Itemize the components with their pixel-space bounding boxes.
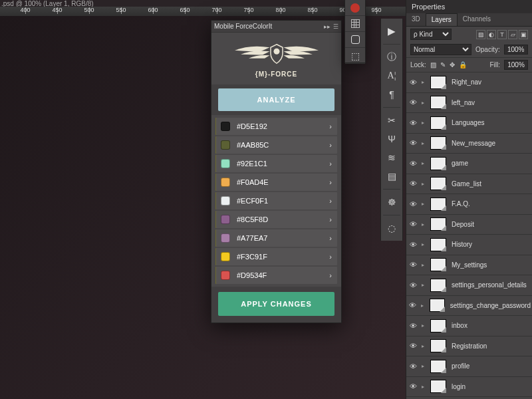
expand-icon[interactable]: ▸ xyxy=(420,140,426,146)
layer-thumbnail[interactable] xyxy=(430,136,446,150)
paragraph-icon[interactable]: ¶ xyxy=(382,86,401,103)
grid-icon[interactable] xyxy=(345,16,365,32)
expand-icon[interactable]: ▸ xyxy=(420,343,426,349)
color-row[interactable]: #F3C91F› xyxy=(215,248,337,265)
expand-icon[interactable]: ▸ xyxy=(420,79,426,85)
info-icon[interactable]: ⓘ xyxy=(382,49,401,66)
expand-icon[interactable]: ▸ xyxy=(420,100,426,106)
chevron-right-icon[interactable]: › xyxy=(329,122,332,130)
chevron-right-icon[interactable]: › xyxy=(329,253,332,261)
expand-icon[interactable]: ▸ xyxy=(420,160,426,166)
chevron-right-icon[interactable]: › xyxy=(329,160,332,168)
layer-thumbnail[interactable] xyxy=(430,319,446,332)
document-canvas[interactable] xyxy=(0,16,406,399)
visibility-eye-icon[interactable]: 👁 xyxy=(408,78,418,86)
panel-collapse-icon[interactable]: ▸▸ xyxy=(324,23,331,30)
expand-icon[interactable]: ▸ xyxy=(419,303,426,309)
filter-smart-icon[interactable]: ▣ xyxy=(519,30,528,39)
layer-filter-icons[interactable]: ▧ ◐ T ▱ ▣ xyxy=(476,30,528,39)
expand-icon[interactable]: ▸ xyxy=(420,120,426,126)
layer-thumbnail[interactable] xyxy=(430,198,446,211)
layer-row[interactable]: 👁▸profile xyxy=(406,356,532,377)
visibility-eye-icon[interactable]: 👁 xyxy=(408,98,418,106)
layer-thumbnail[interactable] xyxy=(430,258,446,271)
lock-move-icon[interactable]: ✥ xyxy=(450,61,455,68)
expand-icon[interactable]: ▸ xyxy=(420,181,426,187)
chevron-right-icon[interactable]: › xyxy=(329,215,332,223)
visibility-eye-icon[interactable]: 👁 xyxy=(408,281,418,289)
blend-mode-select[interactable]: Normal xyxy=(410,44,471,55)
layer-thumbnail[interactable] xyxy=(430,238,446,251)
chevron-right-icon[interactable]: › xyxy=(329,141,332,149)
layer-row[interactable]: 👁▸New_message xyxy=(406,134,532,154)
layer-row[interactable]: 👁▸History xyxy=(406,235,532,255)
color-row[interactable]: #A77EA7› xyxy=(215,229,337,247)
layer-row[interactable]: 👁▸settings_change_password xyxy=(406,296,532,317)
expand-icon[interactable]: ▸ xyxy=(420,363,426,369)
layer-row[interactable]: 👁▸Game_list xyxy=(406,174,532,195)
layer-thumbnail[interactable] xyxy=(430,96,446,109)
chevron-right-icon[interactable]: › xyxy=(329,271,332,279)
layer-thumbnail[interactable] xyxy=(430,217,446,231)
panel-titlebar[interactable]: Mobile ForceColorIt ▸▸ ☰ xyxy=(211,21,341,33)
layer-row[interactable]: 👁▸game xyxy=(406,154,532,174)
layer-thumbnail[interactable] xyxy=(430,177,446,190)
layer-thumbnail[interactable] xyxy=(430,339,446,352)
fill-field[interactable] xyxy=(504,60,528,70)
visibility-eye-icon[interactable]: 👁 xyxy=(408,119,418,127)
expand-icon[interactable]: ▸ xyxy=(420,282,426,288)
record-icon[interactable] xyxy=(345,0,365,16)
filter-type-icon[interactable]: T xyxy=(497,30,507,39)
chevron-right-icon[interactable]: › xyxy=(329,234,332,242)
panel-menu-icon[interactable]: ☰ xyxy=(333,23,338,30)
color-row[interactable]: #8C5F8D› xyxy=(215,211,337,228)
color-row[interactable]: #D5E192› xyxy=(215,118,337,135)
play-icon[interactable]: ▶ xyxy=(382,23,401,40)
expand-icon[interactable]: ▸ xyxy=(420,262,426,268)
lock-pixels-icon[interactable]: ▨ xyxy=(430,61,436,68)
layer-filter-kind[interactable]: ρ Kind xyxy=(410,29,452,40)
tab-channels[interactable]: Channels xyxy=(458,13,496,26)
visibility-eye-icon[interactable]: 👁 xyxy=(408,200,418,208)
color-row[interactable]: #92E1C1› xyxy=(215,155,337,172)
mobile-forcecolorit-panel[interactable]: Mobile ForceColorIt ▸▸ ☰ {M}-FORC xyxy=(211,20,342,323)
expand-icon[interactable]: ▸ xyxy=(420,221,426,227)
layer-row[interactable]: 👁▸left_nav xyxy=(406,93,532,114)
type-icon[interactable]: A¦ xyxy=(382,67,401,84)
brush-icon[interactable]: ≋ xyxy=(382,149,401,166)
layer-row[interactable]: 👁▸My_settings xyxy=(406,255,532,276)
layer-thumbnail[interactable] xyxy=(430,76,446,89)
color-row[interactable]: #F0AD4E› xyxy=(215,174,337,191)
lock-brush-icon[interactable]: ✎ xyxy=(440,61,446,68)
layer-thumbnail[interactable] xyxy=(430,380,446,393)
sync-icon[interactable]: ◌ xyxy=(382,219,401,237)
square-icon[interactable] xyxy=(345,32,365,48)
visibility-eye-icon[interactable]: 👁 xyxy=(408,322,418,330)
visibility-eye-icon[interactable]: 👁 xyxy=(408,180,418,188)
layer-thumbnail[interactable] xyxy=(430,157,446,170)
visibility-eye-icon[interactable]: 👁 xyxy=(408,261,418,269)
layer-row[interactable]: 👁▸Deposit xyxy=(406,215,532,235)
visibility-eye-icon[interactable]: 👁 xyxy=(408,220,418,228)
opacity-field[interactable] xyxy=(504,45,528,55)
tab-layers[interactable]: Layers xyxy=(426,13,458,26)
visibility-eye-icon[interactable]: 👁 xyxy=(408,382,418,390)
tab-3d[interactable]: 3D xyxy=(406,13,426,26)
expand-icon[interactable]: ▸ xyxy=(420,241,426,247)
palette-icon[interactable]: ☸ xyxy=(382,194,401,211)
layer-row[interactable]: 👁▸settings_personal_details xyxy=(406,275,532,296)
note-icon[interactable]: ▤ xyxy=(382,168,401,185)
expand-icon[interactable]: ▸ xyxy=(420,201,426,207)
filter-pixel-icon[interactable]: ▧ xyxy=(476,30,485,39)
view-options-popover[interactable]: ⬚ xyxy=(344,0,366,63)
layer-row[interactable]: 👁▸login xyxy=(406,377,532,398)
layer-row[interactable]: 👁▸F.A.Q. xyxy=(406,194,532,215)
expand-icon[interactable]: ▸ xyxy=(420,323,426,329)
layer-thumbnail[interactable] xyxy=(430,116,446,130)
visibility-eye-icon[interactable]: 👁 xyxy=(408,160,418,168)
lock-all-icon[interactable]: 🔒 xyxy=(459,61,467,68)
visibility-eye-icon[interactable]: 👁 xyxy=(408,362,418,370)
fork-icon[interactable]: Ψ xyxy=(382,130,401,148)
chevron-right-icon[interactable]: › xyxy=(329,197,332,205)
color-row[interactable]: #AAB85C› xyxy=(215,136,337,154)
